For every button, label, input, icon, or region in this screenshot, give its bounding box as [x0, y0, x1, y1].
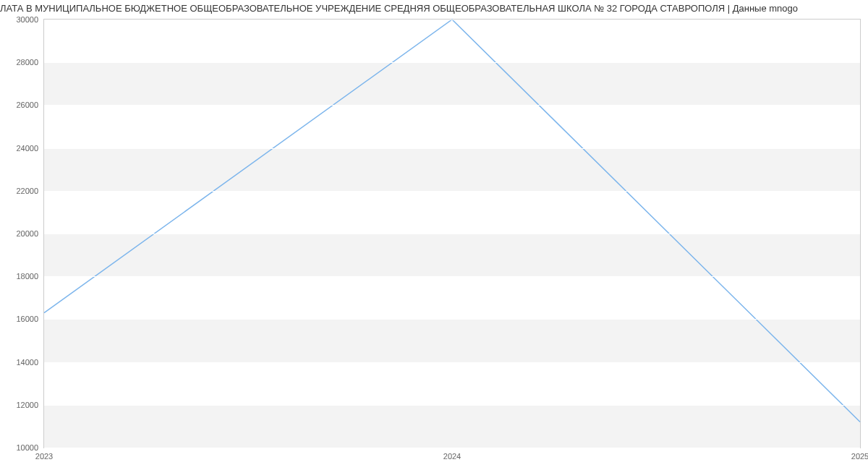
chart-title: ЛАТА В МУНИЦИПАЛЬНОЕ БЮДЖЕТНОЕ ОБЩЕОБРАЗ… — [0, 3, 868, 14]
gridline — [44, 362, 860, 363]
y-tick-label: 28000 — [16, 58, 38, 67]
gridline — [44, 191, 860, 192]
y-tick-label: 30000 — [16, 15, 38, 24]
plot-area: 1000012000140001600018000200002200024000… — [43, 19, 861, 448]
gridline — [44, 105, 860, 106]
chart-container: ЛАТА В МУНИЦИПАЛЬНОЕ БЮДЖЕТНОЕ ОБЩЕОБРАЗ… — [0, 0, 868, 470]
y-tick-label: 24000 — [16, 144, 38, 153]
x-tick-label: 2023 — [35, 452, 53, 461]
gridline — [44, 148, 860, 149]
y-tick-label: 22000 — [16, 187, 38, 195]
gridline — [44, 20, 860, 20]
gridline — [44, 276, 860, 277]
y-tick-label: 12000 — [16, 401, 38, 409]
y-tick-label: 16000 — [16, 315, 38, 323]
gridline — [44, 234, 860, 234]
gridline — [44, 319, 860, 320]
x-tick-label: 2025 — [851, 452, 868, 461]
y-tick-label: 18000 — [16, 272, 38, 281]
x-tick-label: 2024 — [443, 452, 461, 461]
gridline — [44, 62, 860, 63]
y-tick-label: 10000 — [16, 443, 38, 452]
y-tick-label: 14000 — [16, 358, 38, 367]
gridline — [44, 448, 860, 448]
y-tick-label: 20000 — [16, 229, 38, 238]
gridline — [44, 405, 860, 406]
y-tick-label: 26000 — [16, 101, 38, 109]
